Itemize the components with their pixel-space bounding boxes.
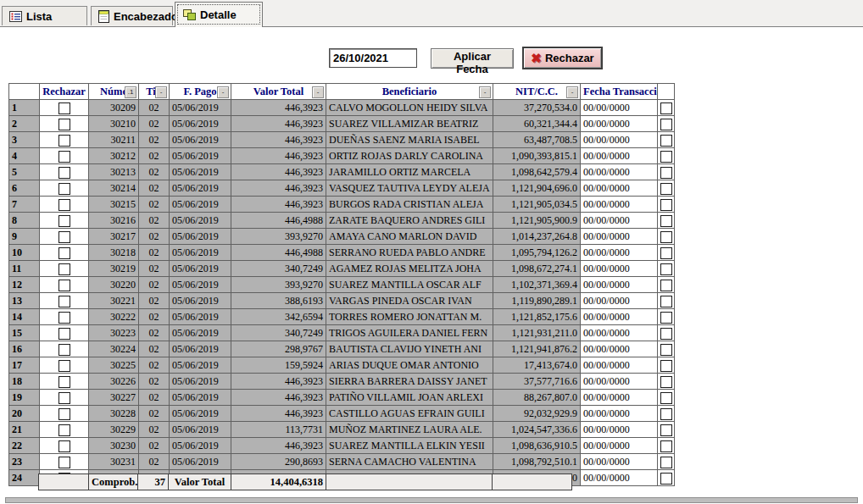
cell-fecha-pago[interactable]: 05/06/2019 [170, 148, 231, 164]
reject-checkbox[interactable] [58, 199, 70, 211]
reject-checkbox[interactable] [58, 457, 70, 468]
reject-checkbox[interactable] [58, 280, 70, 291]
transaction-checkbox[interactable] [660, 473, 672, 485]
cell-numero[interactable]: 30217 [89, 229, 139, 245]
transaction-checkbox[interactable] [660, 102, 672, 114]
filter-dropdown-icon[interactable]: - [566, 86, 578, 98]
reject-checkbox-cell[interactable] [40, 116, 89, 132]
transaction-checkbox-cell[interactable] [658, 293, 675, 309]
reject-checkbox-cell[interactable] [40, 229, 89, 245]
cell-numero[interactable]: 30231 [89, 454, 139, 470]
transaction-checkbox[interactable] [660, 296, 672, 307]
transaction-checkbox-cell[interactable] [658, 229, 675, 245]
cell-nit[interactable]: 88,267,807.0 [493, 390, 581, 406]
transaction-checkbox[interactable] [660, 328, 672, 340]
reject-checkbox-cell[interactable] [40, 422, 89, 438]
cell-fecha-transaccion[interactable]: 00/00/0000 [581, 390, 658, 406]
cell-fecha-pago[interactable]: 05/06/2019 [170, 116, 231, 132]
cell-fecha-transaccion[interactable]: 00/00/0000 [581, 197, 658, 213]
transaction-checkbox[interactable] [660, 457, 672, 468]
cell-nit[interactable]: 17,413,674.0 [493, 357, 581, 374]
cell-beneficiario[interactable]: VASQUEZ TAUTIVA LEYDY ALEJA [326, 180, 493, 197]
cell-tipo[interactable]: 02 [139, 357, 170, 374]
transaction-checkbox-cell[interactable] [658, 164, 675, 180]
cell-tipo[interactable]: 02 [139, 341, 170, 357]
cell-fecha-pago[interactable]: 05/06/2019 [170, 213, 231, 229]
reject-checkbox[interactable] [58, 440, 70, 452]
cell-valor-total[interactable]: 446,3923 [231, 100, 326, 116]
reject-checkbox-cell[interactable] [40, 309, 89, 325]
reject-checkbox-cell[interactable] [40, 132, 89, 148]
transaction-checkbox-cell[interactable] [658, 180, 675, 197]
cell-nit[interactable]: 1,014,237,264.8 [493, 229, 581, 245]
cell-fecha-transaccion[interactable]: 00/00/0000 [581, 325, 658, 341]
cell-nit[interactable]: 1,121,931,211.0 [493, 325, 581, 341]
cell-nit[interactable]: 63,487,708.5 [493, 132, 581, 148]
cell-nit[interactable]: 1,121,905,900.9 [493, 213, 581, 229]
reject-checkbox[interactable] [58, 408, 70, 420]
cell-numero[interactable]: 30229 [89, 422, 139, 438]
reject-checkbox-cell[interactable] [40, 100, 89, 116]
reject-checkbox-cell[interactable] [40, 357, 89, 374]
cell-valor-total[interactable]: 446,3923 [231, 132, 326, 148]
cell-valor-total[interactable]: 342,6594 [231, 309, 326, 325]
reject-checkbox[interactable] [58, 312, 70, 324]
cell-valor-total[interactable]: 446,3923 [231, 148, 326, 164]
cell-fecha-transaccion[interactable]: 00/00/0000 [581, 100, 658, 116]
row-number[interactable]: 23 [9, 454, 40, 470]
transaction-checkbox-cell[interactable] [658, 100, 675, 116]
cell-numero[interactable]: 30215 [89, 197, 139, 213]
filter-dropdown-icon[interactable]: - [479, 86, 491, 98]
row-number[interactable]: 11 [9, 261, 40, 277]
cell-numero[interactable]: 30216 [89, 213, 139, 229]
transaction-checkbox[interactable] [660, 119, 672, 130]
cell-tipo[interactable]: 02 [139, 164, 170, 180]
cell-fecha-pago[interactable]: 05/06/2019 [170, 100, 231, 116]
cell-nit[interactable]: 1,121,852,175.6 [493, 309, 581, 325]
row-number[interactable]: 19 [9, 390, 40, 406]
transaction-checkbox[interactable] [660, 440, 672, 452]
cell-beneficiario[interactable]: TRIGOS AGUILERA DANIEL FERN [326, 325, 493, 341]
cell-fecha-transaccion[interactable]: 00/00/0000 [581, 309, 658, 325]
reject-checkbox[interactable] [58, 215, 70, 227]
cell-fecha-transaccion[interactable]: 00/00/0000 [581, 213, 658, 229]
filter-dropdown-icon[interactable]: - [155, 86, 167, 98]
reject-checkbox-cell[interactable] [40, 197, 89, 213]
sort-dropdown-icon[interactable]: .1 [125, 86, 136, 98]
cell-nit[interactable]: 60,321,344.4 [493, 116, 581, 132]
date-input[interactable] [329, 48, 417, 68]
transaction-checkbox-cell[interactable] [658, 197, 675, 213]
cell-beneficiario[interactable]: SERNA CAMACHO VALENTINA [326, 454, 493, 470]
cell-fecha-transaccion[interactable]: 00/00/0000 [581, 148, 658, 164]
cell-beneficiario[interactable]: TORRES ROMERO JONATTAN M. [326, 309, 493, 325]
cell-fecha-pago[interactable]: 05/06/2019 [170, 341, 231, 357]
transaction-checkbox[interactable] [660, 151, 672, 163]
cell-nit[interactable]: 37,270,534.0 [493, 100, 581, 116]
cell-valor-total[interactable]: 298,9767 [231, 341, 326, 357]
horizontal-scrollbar[interactable] [5, 497, 858, 503]
reject-checkbox[interactable] [58, 247, 70, 259]
cell-numero[interactable]: 30212 [89, 148, 139, 164]
cell-fecha-pago[interactable]: 05/06/2019 [170, 164, 231, 180]
cell-tipo[interactable]: 02 [139, 100, 170, 116]
cell-beneficiario[interactable]: CALVO MOGOLLON HEIDY SILVA [326, 100, 493, 116]
reject-checkbox-cell[interactable] [40, 341, 89, 357]
filter-dropdown-icon[interactable]: - [217, 86, 229, 98]
cell-tipo[interactable]: 02 [139, 293, 170, 309]
transaction-checkbox[interactable] [660, 167, 672, 179]
cell-numero[interactable]: 30222 [89, 309, 139, 325]
cell-tipo[interactable]: 02 [139, 309, 170, 325]
reject-checkbox-cell[interactable] [40, 213, 89, 229]
reject-checkbox-cell[interactable] [40, 374, 89, 390]
reject-checkbox[interactable] [58, 263, 70, 275]
transaction-checkbox[interactable] [660, 360, 672, 372]
cell-beneficiario[interactable]: ARIAS DUQUE OMAR ANTONIO [326, 357, 493, 374]
cell-nit[interactable]: 1,102,371,369.4 [493, 277, 581, 293]
transaction-checkbox-cell[interactable] [658, 116, 675, 132]
reject-checkbox-cell[interactable] [40, 293, 89, 309]
row-number[interactable]: 20 [9, 406, 40, 422]
cell-beneficiario[interactable]: ZARATE BAQUERO ANDRES GILI [326, 213, 493, 229]
reject-checkbox[interactable] [58, 424, 70, 436]
row-number[interactable]: 18 [9, 374, 40, 390]
reject-checkbox[interactable] [58, 392, 70, 404]
